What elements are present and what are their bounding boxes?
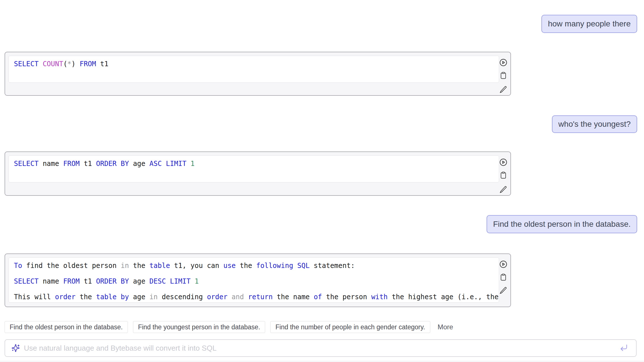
edit-sql-button[interactable]	[499, 286, 508, 295]
sql-chat-panel: how many people there SELECT COUNT(*) FR…	[0, 0, 644, 362]
suggestion-chip[interactable]: Find the number of people in each gender…	[270, 321, 430, 333]
copy-sql-button[interactable]	[499, 71, 508, 80]
submit-query-button[interactable]	[620, 344, 628, 353]
bottom-divider	[0, 361, 644, 361]
user-message-bubble: who's the youngest?	[552, 115, 637, 133]
sql-code-block: To find the oldest person in the table t…	[9, 257, 499, 303]
suggestion-chip[interactable]: Find the oldest person in the database.	[5, 321, 128, 333]
user-message-text: Find the oldest person in the database.	[493, 220, 631, 229]
more-suggestions-button[interactable]: More	[438, 323, 453, 331]
suggestion-chip[interactable]: Find the youngest person in the database…	[133, 321, 265, 333]
edit-sql-button[interactable]	[499, 85, 508, 94]
assistant-sql-response: SELECT name FROM t1 ORDER BY age ASC LIM…	[5, 151, 511, 196]
sql-explanation-line: This will order the table by age in desc…	[14, 289, 499, 303]
sql-code-line: SELECT name FROM t1 ORDER BY age DESC LI…	[14, 274, 499, 289]
sql-code-line: SELECT name FROM t1 ORDER BY age ASC LIM…	[14, 156, 499, 172]
natural-language-input-bar	[5, 339, 637, 357]
assistant-sql-response: To find the oldest person in the table t…	[5, 253, 511, 307]
sql-code-line: SELECT COUNT(*) FROM t1	[14, 56, 499, 72]
clipboard-icon	[499, 171, 507, 179]
return-arrow-icon	[620, 344, 628, 353]
play-circle-icon	[499, 158, 508, 167]
sql-explanation-line: To find the oldest person in the table t…	[14, 258, 499, 274]
natural-language-input[interactable]	[24, 344, 620, 353]
pencil-icon	[499, 286, 507, 294]
play-circle-icon	[499, 58, 508, 67]
sql-code-block: SELECT COUNT(*) FROM t1	[9, 56, 499, 83]
clipboard-icon	[499, 273, 507, 281]
user-message-text: how many people there	[548, 19, 631, 28]
sql-code-block: SELECT name FROM t1 ORDER BY age ASC LIM…	[9, 155, 499, 182]
run-sql-button[interactable]	[499, 58, 508, 67]
copy-sql-button[interactable]	[499, 171, 508, 180]
user-message-bubble: Find the oldest person in the database.	[487, 215, 637, 233]
sparkles-icon	[11, 344, 20, 352]
play-circle-icon	[499, 260, 508, 269]
clipboard-icon	[499, 72, 507, 80]
pencil-icon	[499, 86, 507, 93]
user-message-bubble: how many people there	[541, 15, 637, 33]
copy-sql-button[interactable]	[499, 273, 508, 282]
run-sql-button[interactable]	[499, 260, 508, 269]
suggestion-chips-row: Find the oldest person in the database. …	[5, 321, 453, 333]
run-sql-button[interactable]	[499, 158, 508, 167]
pencil-icon	[499, 186, 507, 194]
user-message-text: who's the youngest?	[558, 120, 631, 129]
assistant-sql-response: SELECT COUNT(*) FROM t1	[5, 52, 511, 96]
edit-sql-button[interactable]	[499, 185, 508, 194]
